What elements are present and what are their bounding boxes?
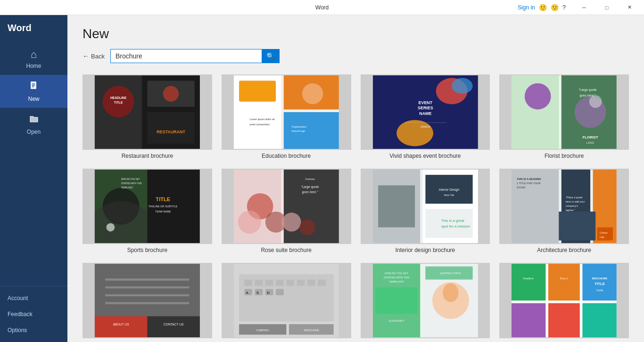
svg-rect-76: [512, 170, 559, 243]
svg-text:TITLE: TITLE: [114, 101, 123, 104]
search-button[interactable]: 🔍: [262, 49, 279, 63]
svg-text:Name/Logo: Name/Logo: [291, 130, 305, 132]
svg-text:TEAM NAME: TEAM NAME: [155, 210, 171, 213]
template-thumb-inner-architecture: THIS IS A HEADING 1 TITLE FOR YOUR STORY…: [500, 170, 628, 243]
svg-point-36: [525, 83, 551, 110]
svg-text:Interior Design: Interior Design: [438, 188, 459, 192]
svg-rect-104: [265, 279, 273, 285]
svg-text:STORY: STORY: [517, 186, 526, 189]
home-icon: ⌂: [31, 49, 37, 61]
svg-rect-86: [559, 212, 595, 240]
template-thumb-inner-interior: Interior Design Nemo Title This is a gre…: [362, 170, 489, 243]
back-arrow-icon: ←: [83, 52, 89, 60]
svg-text:FLORIST: FLORIST: [583, 135, 599, 139]
template-card-rose[interactable]: "Large quote goes here." Contoso Rose su…: [222, 169, 351, 253]
svg-rect-106: [286, 279, 294, 285]
svg-rect-109: [318, 279, 326, 285]
template-card-architecture[interactable]: THIS IS A HEADING 1 TITLE FOR YOUR STORY…: [499, 169, 629, 253]
sidebar-item-options[interactable]: Options: [0, 322, 67, 338]
svg-text:EVENT: EVENT: [418, 100, 432, 105]
template-label-rose: Rose suite brochure: [261, 247, 311, 253]
svg-text:"Place a quote: "Place a quote: [566, 196, 583, 199]
sidebar-open-label: Open: [27, 129, 41, 135]
sidebar-item-new[interactable]: New: [0, 75, 67, 108]
maximize-button[interactable]: □: [596, 0, 618, 15]
svg-text:company's: company's: [566, 204, 578, 207]
svg-text:Logo: Logo: [600, 236, 604, 238]
svg-text:LOGO: LOGO: [586, 141, 594, 144]
template-grid: HEADLINE TITLE RESTAURANT Restaurant bro…: [83, 74, 629, 342]
svg-point-40: [589, 95, 602, 108]
svg-text:amet consectetur: amet consectetur: [249, 123, 270, 126]
template-card-sports[interactable]: TITLE TAGLINE OR SUBTITLE TEAM NAME HOW …: [83, 169, 212, 253]
template-label-sports: Sports brochure: [127, 247, 167, 253]
sidebar-item-open[interactable]: Open: [0, 108, 67, 141]
svg-rect-67: [378, 185, 415, 227]
template-thumb-inner-keyboard: A S D COMPANY BROCHURE: [223, 264, 350, 337]
minimize-button[interactable]: ─: [573, 0, 595, 15]
app-title-text: Word: [315, 4, 329, 11]
close-button[interactable]: ✕: [619, 0, 640, 15]
svg-text:goes here.": goes here.": [302, 190, 318, 194]
template-thumb-florist: "Large quote goes here." FLORIST LOGO: [499, 74, 629, 150]
svg-text:S: S: [256, 291, 259, 295]
window-controls: ─ □ ✕: [573, 0, 640, 15]
svg-point-63: [299, 220, 315, 235]
template-label-architecture: Architecture brochure: [537, 247, 591, 253]
back-button[interactable]: ← Back: [83, 52, 105, 60]
svg-rect-12: [147, 112, 194, 144]
page-title: New: [83, 26, 629, 41]
template-card-colorful[interactable]: Headline Story 1 BROCHURE TITLE Subtitle…: [499, 263, 629, 342]
template-card-tools[interactable]: ABOUT US CONTACT US Tools brochure: [83, 263, 212, 342]
sidebar: Word ⌂ Home New: [0, 15, 67, 342]
svg-text:"Large quote: "Large quote: [301, 185, 319, 189]
sidebar-footer: Account Feedback Options: [0, 286, 67, 342]
svg-text:QUARTERLY TOPICS: QUARTERLY TOPICS: [440, 272, 461, 275]
content-area: New ← Back 🔍 H: [67, 15, 644, 342]
svg-text:This is a great: This is a great: [441, 219, 464, 223]
sad-icon[interactable]: 🙁: [551, 4, 559, 11]
template-card-baby[interactable]: HOW DO YOU GET STARTED WITH THIS TEMPLAT…: [361, 263, 490, 342]
app-title-center: Word: [315, 4, 329, 11]
template-card-restaurant[interactable]: HEADLINE TITLE RESTAURANT Restaurant bro…: [83, 74, 212, 159]
template-grid-container[interactable]: HEADLINE TITLE RESTAURANT Restaurant bro…: [67, 71, 644, 342]
svg-text:Contoso: Contoso: [305, 178, 315, 180]
sidebar-app-name: Word: [0, 15, 67, 43]
title-bar-right: Sign in 🙂 🙁 ? ─ □ ✕: [518, 0, 640, 15]
smiley-icon[interactable]: 🙂: [539, 4, 547, 11]
template-thumb-architecture: THIS IS A HEADING 1 TITLE FOR YOUR STORY…: [499, 169, 629, 244]
sign-in-link[interactable]: Sign in: [518, 4, 535, 11]
template-thumb-inner-vivid: EVENT SERIES NAME ADDRESS: [362, 75, 489, 149]
search-input[interactable]: [111, 50, 262, 62]
template-card-vivid[interactable]: EVENT SERIES NAME ADDRESS Vivid shapes e…: [361, 74, 490, 159]
template-card-interior[interactable]: Interior Design Nemo Title This is a gre…: [361, 169, 490, 253]
svg-rect-97: [147, 316, 199, 337]
svg-point-26: [452, 78, 473, 94]
template-card-education[interactable]: Lorem ipsum dolor sit amet consectetur O…: [222, 74, 351, 159]
svg-rect-134: [512, 264, 545, 301]
help-icon[interactable]: ?: [562, 4, 566, 11]
sidebar-item-home[interactable]: ⌂ Home: [0, 43, 67, 75]
template-label-restaurant: Restaurant brochure: [122, 153, 173, 159]
template-card-keyboard[interactable]: A S D COMPANY BROCHURE Keyboard brochure: [222, 263, 351, 342]
svg-rect-96: [95, 316, 147, 337]
svg-point-129: [443, 283, 458, 302]
template-thumb-keyboard: A S D COMPANY BROCHURE: [222, 263, 351, 338]
svg-text:Subtitle: Subtitle: [596, 289, 603, 292]
content-header: New ← Back 🔍: [67, 15, 644, 71]
svg-text:TAGLINE OR SUBTITLE: TAGLINE OR SUBTITLE: [149, 205, 178, 208]
sidebar-item-feedback[interactable]: Feedback: [0, 306, 67, 322]
svg-rect-91: [95, 264, 200, 316]
svg-rect-108: [307, 279, 315, 285]
svg-text:Story 1: Story 1: [560, 277, 569, 280]
template-thumb-colorful: Headline Story 1 BROCHURE TITLE Subtitle: [499, 263, 629, 338]
search-box: 🔍: [110, 49, 280, 63]
template-thumb-tools: ABOUT US CONTACT US: [83, 263, 212, 338]
svg-rect-135: [548, 264, 580, 301]
svg-text:here or add your: here or add your: [566, 200, 586, 203]
template-card-florist[interactable]: "Large quote goes here." FLORIST LOGO Fl…: [499, 74, 629, 159]
app-body: Word ⌂ Home New: [0, 15, 644, 342]
template-thumb-inner-florist: "Large quote goes here." FLORIST LOGO: [500, 75, 628, 149]
svg-rect-137: [512, 303, 545, 337]
sidebar-item-account[interactable]: Account: [0, 290, 67, 306]
